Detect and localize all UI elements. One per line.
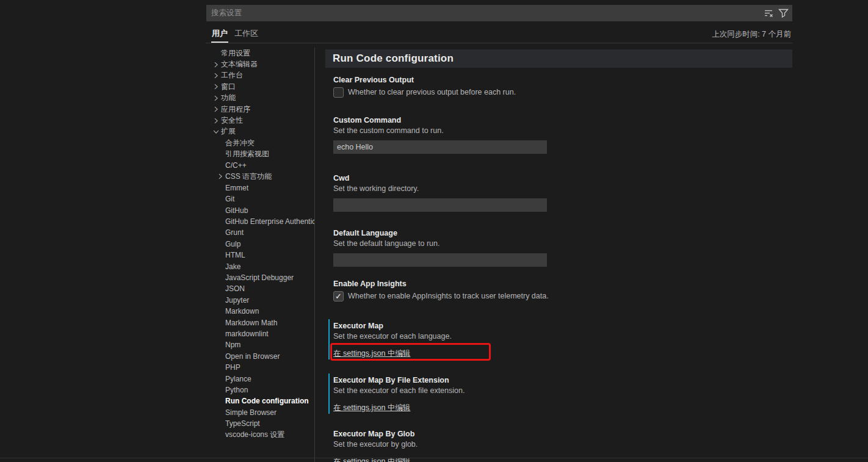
toc-item[interactable]: Simple Browser (206, 407, 314, 418)
setting-enable-app-insights: Enable App Insights ✓ Whether to enable … (325, 280, 792, 301)
toc-item[interactable]: Emmet (206, 182, 314, 193)
toc-item[interactable]: 安全性 (206, 115, 314, 126)
toc-item-label: C/C++ (225, 161, 247, 170)
toc-item[interactable]: 窗口 (206, 81, 314, 92)
toc-item-label: vscode-icons 设置 (225, 430, 284, 440)
chevron-right-icon (212, 95, 220, 102)
toc-item[interactable]: Pylance (206, 373, 314, 384)
toc-item[interactable]: TypeScript (206, 418, 314, 429)
toc-item[interactable]: Markdown (206, 306, 314, 317)
toc-item-label: Npm (225, 341, 241, 349)
toc-item-label: 工作台 (221, 70, 243, 81)
toc-item[interactable]: Markdown Math (206, 317, 314, 328)
chevron-right-icon (212, 61, 220, 68)
setting-description: Set the executor of each file extension. (333, 386, 792, 395)
toc-item[interactable]: 合并冲突 (206, 137, 314, 148)
setting-label: Custom Command (333, 116, 792, 125)
edit-in-settings-json-link[interactable]: 在 settings.json 中编辑 (333, 348, 410, 358)
tab-workspace[interactable]: 工作区 (234, 26, 259, 43)
toc-item[interactable]: Git (206, 193, 314, 204)
toc-item[interactable]: GitHub (206, 204, 314, 215)
setting-checkbox[interactable]: ✓ (333, 291, 344, 301)
settings-list[interactable]: Run Code configuration Clear Previous Ou… (325, 43, 792, 462)
toc-item-label: HTML (225, 251, 245, 259)
settings-editor: 搜索设置 用户 工作区 上次同步时间: 7 个 (206, 0, 792, 462)
toc-item[interactable]: 文本编辑器 (206, 59, 314, 70)
toc-item[interactable]: 功能 (206, 93, 314, 104)
settings-body: 常用设置 文本编辑器 工作台 窗口 功能 应用程序 安全性 扩展合并冲突引用搜索… (206, 43, 792, 462)
toc-item-label: Run Code configuration (225, 397, 309, 405)
setting-clear-previous-output: Clear Previous Output Whether to clear p… (325, 76, 792, 98)
toc-item-label: CSS 语言功能 (225, 171, 272, 182)
settings-search-input[interactable]: 搜索设置 (206, 5, 792, 21)
toc-item-label: GitHub (225, 206, 248, 215)
toc-item[interactable]: Jupyter (206, 295, 314, 306)
toc-item[interactable]: Jake (206, 261, 314, 272)
toc-item-label: 文本编辑器 (221, 59, 258, 70)
toc-item[interactable]: 工作台 (206, 70, 314, 81)
setting-description: Set the default language to run. (333, 239, 792, 248)
setting-value-input[interactable] (333, 198, 547, 212)
toc-item[interactable]: markdownlint (206, 328, 314, 339)
toc-item-label: PHP (225, 363, 241, 372)
settings-scope-tabs: 用户 工作区 上次同步时间: 7 个月前 (206, 27, 792, 42)
toc-item[interactable]: PHP (206, 362, 314, 373)
toc-item-label: 窗口 (221, 82, 236, 92)
toc-item[interactable]: 应用程序 (206, 104, 314, 115)
toc-item-label: Jake (225, 262, 241, 271)
toc-item[interactable]: JSON (206, 283, 314, 294)
setting-description: Set the executor by glob. (333, 440, 792, 449)
setting-executor-map: Executor MapSet the executor of each lan… (325, 322, 792, 358)
toc-item-label: Emmet (225, 184, 248, 192)
setting-description: Set the executor of each language. (333, 332, 792, 341)
toc-item-label: JavaScript Debugger (225, 273, 294, 282)
toc-item[interactable]: vscode-icons 设置 (206, 429, 314, 440)
filter-settings-icon[interactable] (778, 8, 789, 18)
tab-user[interactable]: 用户 (211, 26, 228, 43)
toc-item[interactable]: Open in Browser (206, 351, 314, 362)
toc-item[interactable]: Run Code configuration (206, 395, 314, 406)
setting-executor-map-by-file-extension: Executor Map By File ExtensionSet the ex… (325, 376, 792, 413)
toc-item-label: Open in Browser (225, 352, 280, 361)
toc-item[interactable]: Gulp (206, 239, 314, 250)
toc-item-label: Simple Browser (225, 408, 277, 417)
page-title: Run Code configuration (333, 52, 454, 65)
setting-value-input[interactable] (333, 140, 547, 154)
toc-item[interactable]: 扩展 (206, 126, 314, 137)
toc-item[interactable]: Npm (206, 339, 314, 350)
toc-item[interactable]: 引用搜索视图 (206, 149, 314, 160)
setting-description: Whether to enable AppInsights to track u… (348, 292, 549, 300)
toc-item-label: 应用程序 (221, 104, 250, 115)
toc-item-label: Grunt (225, 228, 244, 237)
settings-toc: 常用设置 文本编辑器 工作台 窗口 功能 应用程序 安全性 扩展合并冲突引用搜索… (206, 48, 314, 462)
toc-item[interactable]: C/C++ (206, 160, 314, 171)
toc-item[interactable]: CSS 语言功能 (206, 171, 314, 182)
last-sync-time: 上次同步时间: 7 个月前 (712, 29, 792, 40)
setting-default-language: Default LanguageSet the default language… (325, 229, 792, 267)
setting-checkbox[interactable] (333, 87, 344, 98)
toc-item[interactable]: Grunt (206, 227, 314, 238)
toc-item-label: Gulp (225, 240, 241, 248)
toc-item-label: markdownlint (225, 330, 269, 338)
edit-in-settings-json-link[interactable]: 在 settings.json 中编辑 (333, 403, 410, 413)
chevron-right-icon (212, 106, 220, 113)
toc-item-label: Jupyter (225, 296, 249, 305)
toc-item[interactable]: GitHub Enterprise Authentic... (206, 216, 314, 227)
toc-item-label: 安全性 (221, 115, 243, 126)
search-placeholder: 搜索设置 (211, 8, 764, 18)
setting-value-input[interactable] (333, 253, 547, 267)
toc-item[interactable]: HTML (206, 250, 314, 261)
toc-item-label: 扩展 (221, 126, 236, 137)
search-bar-actions (764, 8, 789, 18)
toc-item-label: Python (225, 386, 248, 394)
toc-item-label: 引用搜索视图 (225, 149, 269, 159)
chevron-right-icon (212, 83, 220, 90)
toc-item[interactable]: Python (206, 384, 314, 395)
setting-description: Set the working directory. (333, 184, 792, 193)
chevron-right-icon (217, 173, 224, 180)
setting-description: Whether to clear previous output before … (348, 88, 516, 96)
clear-search-filters-icon[interactable] (764, 9, 774, 18)
toc-item[interactable]: 常用设置 (206, 48, 314, 59)
window-bottom-border (0, 458, 868, 458)
toc-item[interactable]: JavaScript Debugger (206, 272, 314, 283)
